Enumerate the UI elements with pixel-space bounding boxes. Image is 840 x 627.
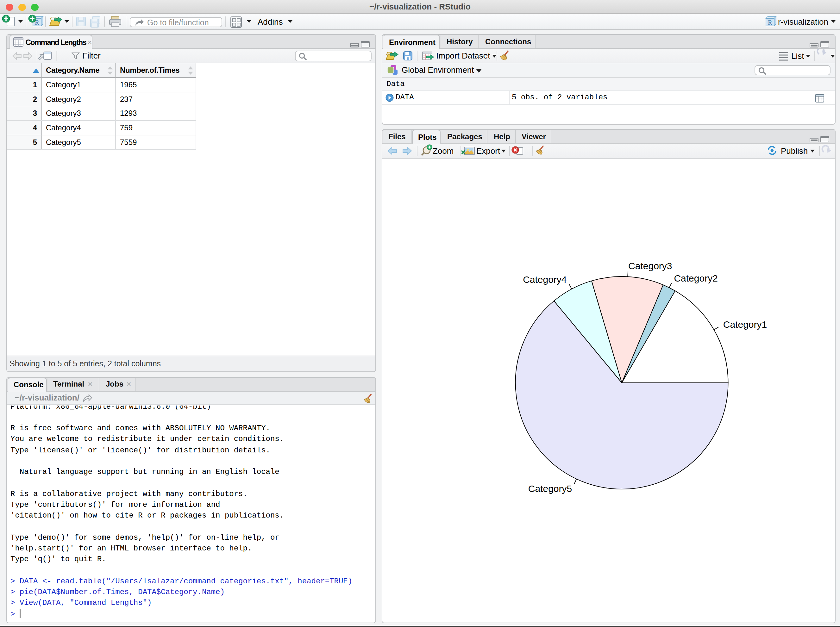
svg-text:Publish: Publish [780, 146, 807, 156]
svg-text:Import Dataset: Import Dataset [436, 51, 490, 61]
svg-text:Category3: Category3 [628, 261, 672, 271]
svg-text:Category4: Category4 [523, 274, 566, 285]
svg-text:Filter: Filter [82, 51, 100, 61]
svg-text:Category5: Category5 [528, 484, 572, 494]
svg-text:Category2: Category2 [674, 273, 717, 284]
svg-text:r-visualization: r-visualization [778, 17, 828, 27]
svg-text:Category1: Category1 [723, 319, 767, 330]
svg-text:Export: Export [476, 146, 500, 156]
svg-text:Zoom: Zoom [433, 146, 453, 156]
svg-text:R: R [768, 19, 772, 26]
svg-text:Addins: Addins [257, 17, 283, 27]
svg-text:List: List [791, 52, 804, 61]
